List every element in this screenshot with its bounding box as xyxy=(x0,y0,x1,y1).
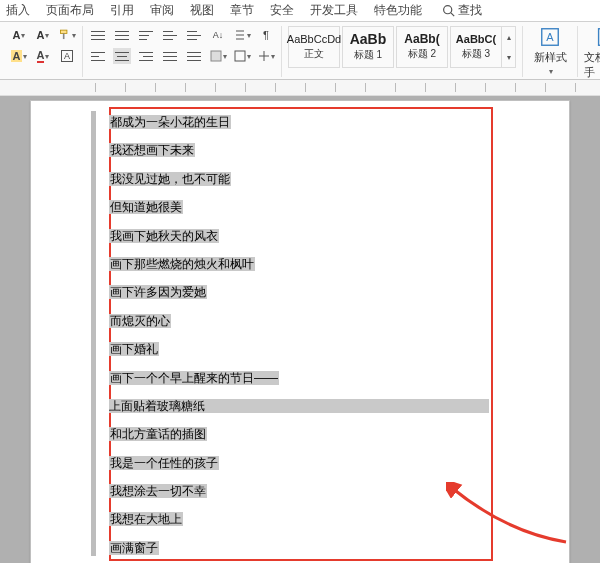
paragraph[interactable]: 我是一个任性的孩子 xyxy=(109,456,549,470)
chevron-down-icon: ▾ xyxy=(223,52,227,61)
borders-button[interactable]: ▾ xyxy=(233,47,251,65)
paragraph[interactable]: 画满窗子 xyxy=(109,541,549,555)
selected-text: 画下那些燃烧的烛火和枫叶 xyxy=(109,257,255,271)
selected-text: 都成为一朵小花的生日 xyxy=(109,115,231,129)
svg-rect-4 xyxy=(211,51,221,61)
paragraph[interactable]: 画下婚礼 xyxy=(109,342,549,356)
selected-text: 画下一个个早上醒来的节日—— xyxy=(109,371,279,385)
tab-review[interactable]: 审阅 xyxy=(150,2,174,19)
selected-text: 画满窗子 xyxy=(109,541,159,555)
style-normal[interactable]: AaBbCcDd 正文 xyxy=(288,26,340,68)
inc-indent-button[interactable] xyxy=(185,27,203,43)
bullets-button[interactable] xyxy=(89,27,107,43)
selected-text: 我还想画下未来 xyxy=(109,143,195,157)
paragraph[interactable]: 我画下她秋天的风衣 xyxy=(109,229,549,243)
selected-text: 但知道她很美 xyxy=(109,200,183,214)
chevron-down-icon: ▾ xyxy=(21,31,25,40)
paragraph[interactable]: 画下许多因为爱她 xyxy=(109,285,549,299)
char-border-button[interactable]: A xyxy=(58,47,76,65)
doc-helper-button[interactable]: 文档助手 xyxy=(584,26,600,80)
style-preview: AaBbCcDd xyxy=(287,34,341,45)
page-area: 都成为一朵小花的生日我还想画下未来我没见过她，也不可能但知道她很美我画下她秋天的… xyxy=(0,96,600,563)
paragraph[interactable]: 画下一个个早上醒来的节日—— xyxy=(109,371,549,385)
style-label: 正文 xyxy=(304,47,324,61)
selected-text: 我没见过她，也不可能 xyxy=(109,172,231,186)
paragraph[interactable]: 但知道她很美 xyxy=(109,200,549,214)
style-heading1[interactable]: AaBb 标题 1 xyxy=(342,26,394,68)
tab-view[interactable]: 视图 xyxy=(190,2,214,19)
format-painter-button[interactable]: ▾ xyxy=(58,26,76,44)
selected-text: 画下许多因为爱她 xyxy=(109,285,207,299)
selected-text: 和北方童话的插图 xyxy=(109,427,207,441)
style-label: 标题 3 xyxy=(462,47,490,61)
svg-rect-3 xyxy=(63,33,65,39)
tab-layout[interactable]: 页面布局 xyxy=(46,2,94,19)
font-color-letter: A xyxy=(13,29,21,41)
paragraph[interactable]: 画下那些燃烧的烛火和枫叶 xyxy=(109,257,549,271)
sort-button[interactable]: A↓ xyxy=(209,26,227,44)
style-preview: AaBb xyxy=(350,32,387,46)
align-distribute-button[interactable] xyxy=(185,48,203,64)
search-icon xyxy=(442,4,455,17)
shading-button[interactable]: A▾ xyxy=(10,47,28,65)
paragraph[interactable]: 我想涂去一切不幸 xyxy=(109,484,549,498)
selected-text: 我想涂去一切不幸 xyxy=(109,484,207,498)
svg-rect-5 xyxy=(235,51,245,61)
text-color2-button[interactable]: A▾ xyxy=(34,47,52,65)
svg-point-0 xyxy=(444,6,452,14)
paragraph[interactable]: 而熄灭的心 xyxy=(109,314,549,328)
tab-special[interactable]: 特色功能 xyxy=(374,2,422,19)
chevron-down-icon: ▾ xyxy=(45,52,49,61)
document-page[interactable]: 都成为一朵小花的生日我还想画下未来我没见过她，也不可能但知道她很美我画下她秋天的… xyxy=(30,100,570,563)
svg-text:A: A xyxy=(546,31,554,43)
style-heading3[interactable]: AaBbC( 标题 3 xyxy=(450,26,502,68)
align-right-button[interactable] xyxy=(137,48,155,64)
para-shading-button[interactable]: ▾ xyxy=(209,47,227,65)
new-style-button[interactable]: A 新样式▾ xyxy=(529,26,571,76)
align-center-button[interactable] xyxy=(113,48,131,64)
font-group: A▾ A▾ ▾ A▾ A▾ A xyxy=(4,26,83,77)
chevron-down-icon: ▾ xyxy=(507,53,511,62)
tab-insert[interactable]: 插入 xyxy=(6,2,30,19)
search-button[interactable]: 查找 xyxy=(442,2,482,19)
paragraph[interactable]: 和北方童话的插图 xyxy=(109,427,549,441)
highlight-button[interactable]: A▾ xyxy=(34,26,52,44)
shading-letter: A xyxy=(11,50,23,62)
paragraph[interactable]: 我想在大地上 xyxy=(109,512,549,526)
search-label: 查找 xyxy=(458,2,482,19)
chevron-down-icon: ▾ xyxy=(247,31,251,40)
tab-stops-button[interactable]: ▾ xyxy=(257,47,275,65)
selected-text: 画下婚礼 xyxy=(109,342,159,356)
align-left-button[interactable] xyxy=(89,48,107,64)
tab-security[interactable]: 安全 xyxy=(270,2,294,19)
paragraph[interactable]: 上面贴着玻璃糖纸 xyxy=(109,399,489,413)
tab-devtools[interactable]: 开发工具 xyxy=(310,2,358,19)
dec-indent-button[interactable] xyxy=(161,27,179,43)
style-label: 标题 1 xyxy=(354,48,382,62)
chevron-down-icon: ▾ xyxy=(247,52,251,61)
char-border-letter: A xyxy=(61,50,73,62)
styles-group: AaBbCcDd 正文 AaBb 标题 1 AaBb( 标题 2 AaBbC( … xyxy=(282,26,523,77)
paragraph-group: A↓ ▾ ¶ ▾ ▾ ▾ xyxy=(83,26,282,77)
style-heading2[interactable]: AaBb( 标题 2 xyxy=(396,26,448,68)
paragraph[interactable]: 我没见过她，也不可能 xyxy=(109,172,549,186)
line-spacing-button[interactable]: ▾ xyxy=(233,26,251,44)
selected-text: 我想在大地上 xyxy=(109,512,183,526)
paragraph[interactable]: 我还想画下未来 xyxy=(109,143,549,157)
svg-line-1 xyxy=(451,13,454,16)
align-justify-button[interactable] xyxy=(161,48,179,64)
tab-reference[interactable]: 引用 xyxy=(110,2,134,19)
chevron-down-icon: ▾ xyxy=(271,52,275,61)
show-marks-button[interactable]: ¶ xyxy=(257,26,275,44)
tab-chapter[interactable]: 章节 xyxy=(230,2,254,19)
new-style-label: 新样式 xyxy=(534,50,567,65)
horizontal-ruler[interactable] xyxy=(0,80,600,96)
multilevel-button[interactable] xyxy=(137,27,155,43)
paragraph[interactable]: 都成为一朵小花的生日 xyxy=(109,115,549,129)
chevron-down-icon: ▾ xyxy=(23,52,27,61)
font-color-button[interactable]: A▾ xyxy=(10,26,28,44)
style-gallery-expand[interactable]: ▴ ▾ xyxy=(502,26,516,68)
chevron-down-icon: ▾ xyxy=(45,31,49,40)
numbering-button[interactable] xyxy=(113,27,131,43)
selected-text: 我是一个任性的孩子 xyxy=(109,456,219,470)
